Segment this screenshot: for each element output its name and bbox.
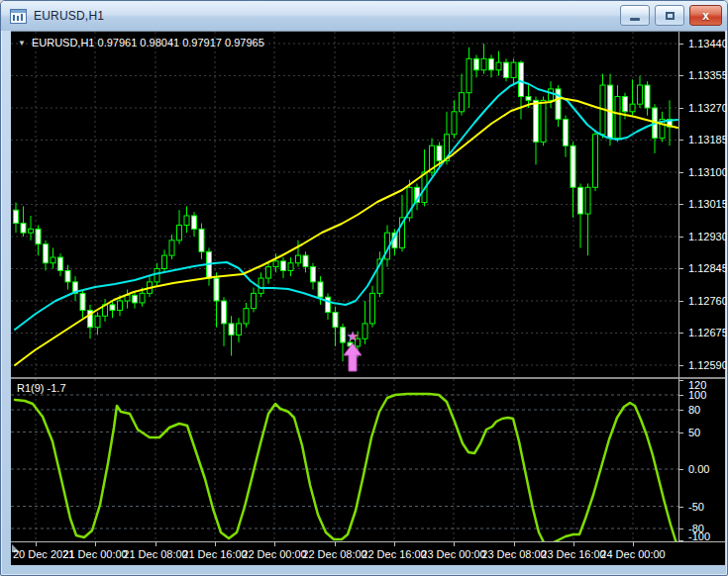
indicator-axis-label: 100	[688, 389, 706, 401]
time-axis-label: 22 Dec 00:00	[242, 548, 306, 560]
title-bar[interactable]: EURUSD,H1 x	[1, 1, 727, 31]
ohlc-values: EURUSD,H1 0.97961 0.98041 0.97917 0.9796…	[32, 37, 264, 48]
price-axis-label: 1.13185	[688, 134, 728, 145]
time-axis-label: 24 Dec 00:00	[600, 548, 665, 560]
chart-client-area: ★ ▼ EURUSD,H1 0.97961 0.98041 0.97917 0.…	[11, 31, 725, 565]
time-tick	[335, 542, 336, 546]
time-axis-label: 22 Dec 08:00	[302, 548, 366, 560]
close-icon: x	[702, 10, 709, 22]
time-axis-label: 21 Dec 16:00	[182, 548, 247, 560]
indicator-tick	[679, 469, 683, 470]
time-axis-label: 23 Dec 16:00	[541, 548, 605, 560]
indicator-label: R1(9) -1.7	[17, 382, 66, 394]
indicator-axis-label: 0.00	[688, 463, 709, 475]
indicator-tick	[679, 432, 683, 433]
chart-window-icon	[10, 9, 27, 24]
price-axis-label: 1.13355	[688, 69, 728, 81]
price-axis-label: 1.12675	[688, 327, 728, 338]
time-axis-label: 21 Dec 08:00	[123, 548, 187, 560]
time-tick	[633, 542, 634, 546]
indicator-axis-label: 50	[688, 427, 700, 438]
price-tick	[679, 333, 683, 334]
time-axis-label: 23 Dec 00:00	[421, 548, 485, 560]
main-price-chart[interactable]: ★	[11, 32, 678, 377]
price-tick	[679, 44, 683, 45]
time-axis[interactable]: 20 Dec 202121 Dec 00:0021 Dec 08:0021 De…	[11, 541, 725, 565]
time-axis-label: 21 Dec 00:00	[62, 548, 127, 560]
price-axis-label: 1.12845	[688, 262, 728, 274]
indicator-tick	[679, 507, 683, 508]
price-axis-label: 1.12930	[688, 231, 728, 242]
time-axis-label: 22 Dec 16:00	[362, 548, 426, 560]
up-arrow-marker[interactable]	[344, 343, 362, 371]
time-tick	[156, 542, 156, 546]
time-tick	[95, 542, 96, 546]
price-tick	[679, 268, 683, 269]
minimize-icon	[630, 18, 640, 21]
price-tick	[679, 172, 683, 173]
time-tick	[573, 542, 574, 546]
minimize-button[interactable]	[620, 5, 650, 26]
time-axis-label: 23 Dec 08:00	[481, 548, 546, 560]
chart-quote-header: ▼ EURUSD,H1 0.97961 0.98041 0.97917 0.97…	[18, 37, 264, 48]
indicator-axis-label: -50	[688, 501, 704, 513]
price-tick	[679, 365, 683, 366]
time-tick	[514, 542, 515, 546]
time-tick	[36, 542, 37, 546]
indicator-axis-label: 80	[688, 404, 700, 416]
price-tick	[679, 237, 683, 238]
price-axis-label: 1.12590	[688, 359, 728, 371]
price-tick	[679, 140, 683, 141]
price-tick	[679, 75, 683, 76]
indicator-pane[interactable]	[11, 379, 678, 541]
time-tick	[274, 542, 275, 546]
price-axis-label: 1.13100	[688, 166, 728, 178]
indicator-tick	[679, 528, 683, 529]
price-axis-label: 1.13015	[688, 198, 728, 210]
close-button[interactable]: x	[689, 5, 722, 26]
price-tick	[679, 301, 683, 302]
time-tick	[394, 542, 395, 546]
price-axis-label: 1.13440	[688, 38, 728, 49]
maximize-icon	[666, 12, 675, 20]
symbol-dropdown-icon[interactable]: ▼	[18, 39, 26, 48]
indicator-tick	[679, 410, 683, 411]
window-title: EURUSD,H1	[34, 9, 104, 23]
indicator-tick	[679, 395, 683, 396]
price-tick	[679, 204, 683, 205]
maximize-button[interactable]	[655, 5, 684, 26]
price-tick	[679, 108, 683, 109]
price-axis-label: 1.13270	[688, 102, 728, 114]
chart-window: EURUSD,H1 x ★ ▼ EURUSD,H1 0.97961 0.9804…	[0, 0, 728, 576]
indicator-tick	[679, 380, 683, 381]
caption-buttons: x	[620, 5, 722, 26]
price-axis[interactable]: 1.134401.133551.132701.131851.131001.130…	[679, 32, 725, 541]
price-axis-label: 1.12760	[688, 295, 728, 307]
time-tick	[215, 542, 216, 546]
time-tick	[454, 542, 455, 546]
